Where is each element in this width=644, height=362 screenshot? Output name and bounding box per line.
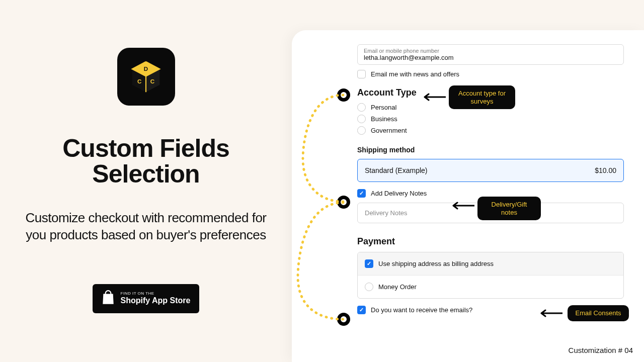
payment-box: ✓ Use shipping address as billing addres… <box>357 252 624 299</box>
account-type-business[interactable]: Business <box>357 115 624 123</box>
shipping-method-heading: Shipping method <box>357 146 624 154</box>
svg-text:C: C <box>150 78 154 84</box>
checkbox-unchecked-icon <box>357 70 366 78</box>
money-order-label: Money Order <box>378 283 417 291</box>
callout-email-consents: Email Consents <box>568 305 629 321</box>
badge-eyebrow: FIND IT ON THE <box>121 292 191 296</box>
shopify-app-store-badge[interactable]: FIND IT ON THE Shopify App Store <box>93 284 200 313</box>
add-delivery-notes-label: Add Delivery Notes <box>371 190 427 197</box>
svg-text:C: C <box>137 78 141 84</box>
annotation-bullet-icon <box>337 196 350 209</box>
arrow-left-icon <box>421 91 446 103</box>
svg-text:D: D <box>144 66 148 72</box>
radio-icon <box>357 126 366 135</box>
payment-heading: Payment <box>357 236 624 247</box>
callout-account-type: Account type for surveys <box>449 85 515 109</box>
arrow-left-icon <box>537 307 562 319</box>
account-type-government[interactable]: Government <box>357 126 624 135</box>
radio-icon <box>357 103 366 112</box>
payment-money-order[interactable]: Money Order <box>358 276 623 298</box>
email-consent-label: Do you want to receive the emails? <box>371 306 472 314</box>
badge-title: Shopify App Store <box>121 296 191 305</box>
shipping-option-price: $10.00 <box>595 166 616 174</box>
annotation-bullet-icon <box>337 313 350 326</box>
shipping-option-label: Standard (Example) <box>365 166 428 174</box>
arrow-left-icon <box>449 200 474 212</box>
email-field[interactable]: Email or mobile phone number letha.langw… <box>357 44 624 65</box>
news-offers-checkbox[interactable]: Email me with news and offers <box>357 70 624 78</box>
promo-panel: D C C Custom Fields Selection Customize … <box>0 0 292 362</box>
radio-icon <box>357 115 366 123</box>
callout-delivery-notes: Delivery/Gift notes <box>477 197 541 220</box>
billing-address-checkbox[interactable]: ✓ Use shipping address as billing addres… <box>358 252 623 276</box>
news-offers-label: Email me with news and offers <box>371 70 459 78</box>
app-logo: D C C <box>117 48 175 106</box>
checkbox-checked-icon: ✓ <box>357 306 366 314</box>
radio-icon <box>365 283 373 291</box>
radio-label: Personal <box>371 104 396 111</box>
billing-address-label: Use shipping address as billing address <box>378 260 494 267</box>
radio-label: Business <box>371 115 397 123</box>
delivery-notes-placeholder: Delivery Notes <box>365 209 408 217</box>
title-line-1: Custom Fields <box>62 134 229 162</box>
title-line-2: Selection <box>92 160 199 188</box>
page-title: Custom Fields Selection <box>62 136 229 187</box>
shopping-bag-icon <box>102 290 115 307</box>
annotation-bullet-icon <box>337 88 350 102</box>
email-value: letha.langworth@example.com <box>364 54 617 61</box>
shipping-option-standard[interactable]: Standard (Example) $10.00 <box>357 159 624 182</box>
email-label: Email or mobile phone number <box>364 48 617 54</box>
footer-note: Customization # 04 <box>569 346 633 354</box>
radio-label: Government <box>371 127 407 134</box>
checkbox-checked-icon: ✓ <box>365 259 373 268</box>
page-subtitle: Customize checkout with recommended for … <box>25 210 267 244</box>
checkbox-checked-icon: ✓ <box>357 189 366 198</box>
